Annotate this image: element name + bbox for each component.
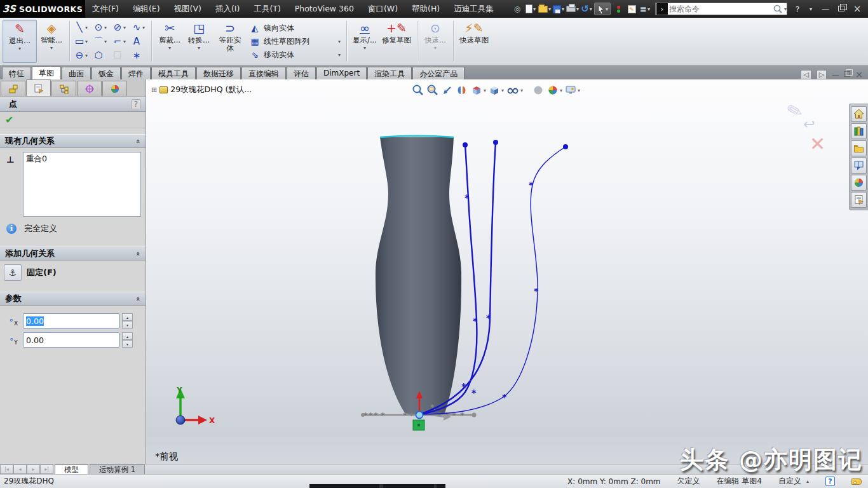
zoom-to-fit-button[interactable]: [412, 84, 424, 97]
close-button[interactable]: ×: [850, 3, 864, 15]
menu-item[interactable]: 迈迪工具集: [447, 0, 501, 18]
search-input[interactable]: [669, 4, 773, 13]
menu-item[interactable]: 编辑(E): [126, 0, 167, 18]
document-tree-label[interactable]: 29玫瑰花DHQ (默认...: [170, 85, 252, 95]
view-orientation-button[interactable]: ▾: [470, 84, 486, 97]
status-custom-dropdown[interactable]: 自定义: [778, 476, 801, 487]
tag-icon[interactable]: [851, 478, 862, 485]
view-settings-button[interactable]: ▾: [564, 84, 580, 97]
relations-listbox[interactable]: 重合0: [23, 152, 141, 217]
display-style-button[interactable]: ▾: [488, 84, 504, 97]
custom-properties-button[interactable]: [851, 192, 867, 208]
display-relations-button[interactable]: ∞ 显示/... ▾: [350, 20, 379, 63]
y-coordinate-field[interactable]: 0.00: [23, 332, 119, 348]
polygon-tool[interactable]: ⬡: [92, 48, 110, 62]
vase-model[interactable]: [376, 136, 461, 416]
tab-display-manager[interactable]: [102, 81, 127, 96]
motion-study-tab[interactable]: 运动算例 1: [90, 464, 145, 474]
menu-item[interactable]: 视图(V): [167, 0, 208, 18]
spline-tool[interactable]: ∿▾: [130, 20, 148, 34]
select-button[interactable]: ▾: [594, 3, 611, 15]
apply-scene-button[interactable]: ▾: [546, 84, 562, 97]
undo-button[interactable]: ↺▾: [581, 3, 592, 15]
doc-minimize-button[interactable]: —: [832, 71, 839, 79]
nav-first-button[interactable]: |◂: [0, 464, 13, 474]
collapse-right-pane-icon[interactable]: ▷: [817, 70, 827, 79]
print-button[interactable]: ▾: [566, 3, 579, 15]
custom-caret-icon[interactable]: ▴: [806, 478, 809, 484]
collapse-left-pane-icon[interactable]: ◁: [801, 70, 811, 79]
x-coordinate-field[interactable]: 0.00: [23, 313, 119, 329]
zoom-to-area-button[interactable]: [426, 84, 439, 97]
section-view-button[interactable]: [456, 84, 468, 97]
menu-item[interactable]: 窗口(W): [361, 0, 405, 18]
fix-relation-button[interactable]: ⚓: [4, 264, 22, 281]
point-tool[interactable]: ∗: [130, 48, 148, 62]
menu-item[interactable]: 文件(F): [85, 0, 126, 18]
restore-button[interactable]: [834, 4, 848, 13]
selection-box-tool[interactable]: ☐: [111, 48, 129, 62]
tab-surfaces[interactable]: 曲面: [62, 67, 91, 79]
tab-configuration-manager[interactable]: [51, 81, 76, 96]
open-button[interactable]: ▾: [538, 3, 551, 15]
add-relations-header[interactable]: 添加几何关系 «: [0, 247, 146, 261]
appearances-scenes-button[interactable]: [851, 175, 867, 191]
y-spinner[interactable]: ▴▾: [122, 332, 133, 348]
previous-view-button[interactable]: [441, 84, 454, 97]
tab-property-manager[interactable]: [26, 79, 51, 96]
confirm-cancel-icon[interactable]: ✕: [810, 133, 825, 155]
convert-entities-button[interactable]: ◳ 转换... ▾: [184, 20, 214, 63]
tab-feature-manager[interactable]: [1, 81, 25, 96]
circle-tool[interactable]: ⊙▾: [92, 20, 110, 34]
ellipse-tool[interactable]: ⊘▾: [111, 20, 129, 34]
exit-sketch-button[interactable]: ✎ 退出... ▾: [3, 20, 37, 63]
file-properties-button[interactable]: ✎: [626, 3, 637, 15]
graphics-viewport[interactable]: *** *** *** * * *** **: [146, 79, 868, 464]
x-spinner[interactable]: ▴▾: [122, 313, 133, 329]
confirm-exit-sketch-icon[interactable]: ✎: [784, 98, 805, 123]
tab-dimxpert[interactable]: DimXpert: [316, 67, 367, 79]
tab-sketch[interactable]: 草图: [32, 66, 61, 79]
menu-item[interactable]: 帮助(H): [405, 0, 447, 18]
tab-features[interactable]: 特征: [2, 67, 31, 79]
ok-check-icon[interactable]: ✔: [5, 114, 13, 126]
doc-close-button[interactable]: ×: [855, 69, 863, 79]
search-magnifier-icon[interactable]: [773, 4, 783, 14]
rectangle-tool[interactable]: ▭▾: [73, 34, 91, 48]
new-document-button[interactable]: ▾: [525, 3, 536, 15]
hide-show-items-button[interactable]: ▾: [506, 84, 523, 97]
smart-dimension-button[interactable]: ◈ 智能... ▾: [37, 20, 66, 63]
trim-entities-button[interactable]: ✂ 剪裁... ▾: [155, 20, 184, 63]
line-tool[interactable]: ╲▾: [73, 20, 91, 34]
pin-icon[interactable]: ◎: [512, 3, 523, 15]
tab-office-products[interactable]: 办公室产品: [412, 67, 465, 79]
menu-item[interactable]: 插入(I): [208, 0, 247, 18]
repair-sketch-button[interactable]: +✎ 修复草图: [379, 20, 414, 63]
tab-evaluate[interactable]: 评估: [287, 67, 316, 79]
feature-tree-root[interactable]: ⊞ 29玫瑰花DHQ (默认...: [151, 85, 252, 95]
menu-item[interactable]: PhotoView 360: [288, 0, 361, 18]
selected-sketch-point[interactable]: [416, 412, 423, 419]
tab-data-migration[interactable]: 数据迁移: [196, 67, 241, 79]
solidworks-resources-button[interactable]: [851, 106, 867, 122]
model-tab[interactable]: 模型: [55, 464, 88, 474]
doc-restore-button[interactable]: [844, 71, 850, 79]
rebuild-traffic-light-icon[interactable]: [613, 3, 624, 15]
move-entities-button[interactable]: ⇘ 移动实体 ▾: [247, 48, 343, 61]
help-button[interactable]: ?: [792, 3, 803, 15]
tab-render-tools[interactable]: 渲染工具: [367, 67, 412, 79]
fillet-tool[interactable]: ⌐▾: [111, 34, 129, 48]
spline-endpoints[interactable]: [463, 140, 568, 149]
options-button[interactable]: ≣▾: [639, 3, 651, 15]
help-question-icon[interactable]: ?: [132, 99, 140, 109]
arc-tool[interactable]: ⌒▾: [92, 34, 110, 48]
command-search[interactable]: › ▾: [655, 3, 787, 15]
parameters-header[interactable]: 参数 «: [0, 292, 146, 306]
minimize-button[interactable]: —: [818, 4, 832, 13]
menu-item[interactable]: 工具(T): [247, 0, 287, 18]
tab-mold-tools[interactable]: 模具工具: [151, 67, 196, 79]
file-explorer-button[interactable]: [851, 140, 867, 156]
tab-direct-editing[interactable]: 直接编辑: [241, 67, 286, 79]
status-help-icon[interactable]: ?: [825, 477, 835, 486]
save-button[interactable]: ▾: [553, 3, 564, 15]
